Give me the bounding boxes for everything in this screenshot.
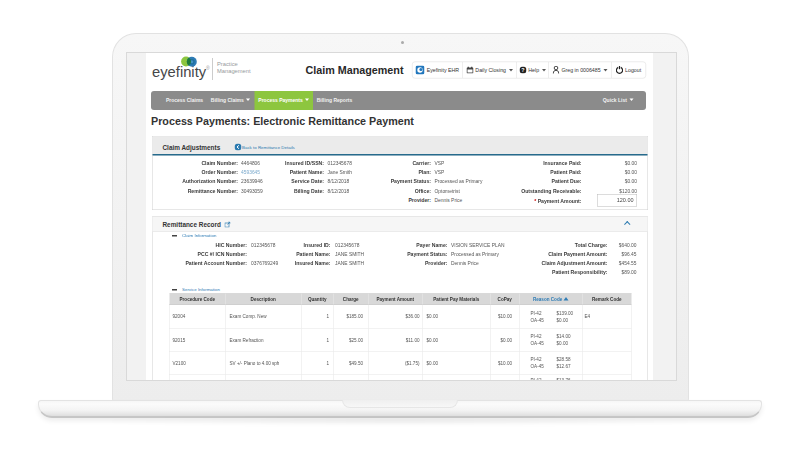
svg-text:?: ? bbox=[521, 66, 524, 72]
